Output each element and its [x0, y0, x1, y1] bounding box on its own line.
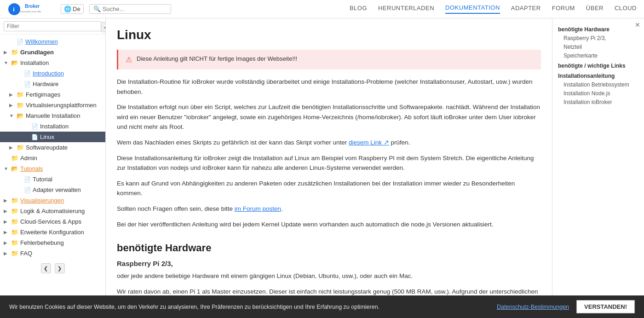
chevron-right-icon: ▶ — [9, 103, 15, 108]
sidebar-item-grundlagen[interactable]: ▶ 📁 Grundlagen — [0, 47, 105, 58]
sidebar-item-willkommen[interactable]: 📄 Willkommen — [0, 36, 105, 47]
cookie-banner: Wir benutzen Cookies auf dieser Website,… — [0, 295, 644, 318]
chevron-right-icon: ▶ — [4, 219, 9, 224]
toc-item-raspberry[interactable]: Raspberry Pi 2/3, — [558, 35, 638, 42]
close-toc-button[interactable]: ✕ — [635, 21, 640, 29]
cookie-text: Wir benutzen Cookies auf dieser Website,… — [9, 304, 489, 310]
search-input[interactable] — [103, 6, 167, 12]
sidebar-item-virtualisierung[interactable]: ▶ 📁 Virtualisierungsplattformen — [0, 100, 105, 110]
sidebar-item-label: FAQ — [20, 250, 32, 257]
paragraph-3: Wem das Nachladen eines Skripts zu gefäh… — [117, 138, 541, 148]
file-icon: 📄 — [17, 39, 23, 45]
sidebar-item-label: Fehlerbehebung — [20, 239, 64, 246]
sidebar-item-fehlerbehebung[interactable]: ▶ 📁 Fehlerbehebung — [0, 237, 105, 248]
sub-raspberry-title: Raspberry Pi 2/3, — [117, 260, 541, 267]
sidebar-item-label: Hardware — [33, 81, 58, 87]
language-button[interactable]: 🌐 De — [61, 4, 84, 14]
sidebar-tree: 📄 Willkommen ▶ 📁 Grundlagen ▼ 📂 Installa… — [0, 35, 105, 260]
sidebar-item-linux[interactable]: 📄 Linux — [0, 132, 105, 142]
link-forum[interactable]: im Forum posten — [235, 205, 281, 212]
toc-item-netzteil[interactable]: Netzteil — [558, 43, 638, 51]
sidebar-item-label: Virtualisierungsplattformen — [26, 102, 97, 109]
chevron-right-icon: ▶ — [4, 198, 9, 203]
sidebar-item-label: Fertigimages — [26, 91, 60, 98]
svg-text:Broker: Broker — [25, 4, 40, 9]
sidebar-item-label: Manuelle Installation — [26, 112, 80, 119]
chevron-right-icon: ▶ — [9, 145, 15, 150]
nav-adapter[interactable]: ADAPTER — [511, 5, 541, 13]
nav-herunterladen[interactable]: HERUNTERLADEN — [378, 5, 434, 13]
main-layout: ◀ 📄 Willkommen ▶ 📁 Grundlagen ▼ 📂 Instal… — [0, 18, 644, 318]
sidebar-item-label: Grundlagen — [20, 49, 54, 56]
link-script[interactable]: diesem Link ↗ — [349, 139, 389, 146]
svg-text:Automate your life: Automate your life — [19, 10, 41, 13]
cookie-privacy-link[interactable]: Datenschutz-Bestimmungen — [497, 304, 569, 310]
sidebar-item-fertigimages[interactable]: ▶ 📁 Fertigimages — [0, 89, 105, 100]
toc-list: benötigte Hardware Raspberry Pi 2/3, Net… — [558, 24, 638, 106]
folder-icon: 📁 — [11, 250, 18, 257]
nav-forum[interactable]: FORUM — [552, 5, 575, 13]
sidebar-item-manuelle-installation[interactable]: ▼ 📂 Manuelle Installation — [0, 110, 105, 121]
folder-open-icon: 📂 — [11, 165, 18, 172]
toc-item-speicherkarte[interactable]: Speicherkarte — [558, 52, 638, 59]
sidebar-item-admin[interactable]: 📁 Admin — [0, 153, 105, 163]
warning-icon: ⚠ — [126, 55, 132, 64]
search-icon: 🔍 — [93, 6, 101, 12]
search-box[interactable]: 🔍 — [89, 4, 171, 14]
collapse-sidebar-button[interactable]: ◀ — [101, 22, 106, 32]
toc-item-installationsanleitung[interactable]: Installationsanleitung — [558, 72, 638, 80]
paragraph-7: Bei der hier veröffentlichen Anleitung w… — [117, 220, 541, 230]
paragraph-4: Diese Installationsanleitung für ioBroke… — [117, 153, 541, 173]
toc-item-nodejs[interactable]: Installation Node.js — [558, 90, 638, 97]
sidebar-item-label: Tutorial — [33, 176, 52, 183]
cookie-accept-button[interactable]: VERSTANDEN! — [576, 300, 635, 313]
toc-item-links[interactable]: benötigte / wichtige Links — [558, 62, 638, 69]
sidebar-item-erweiterte-konfiguration[interactable]: ▶ 📁 Erweiterte Konfiguration — [0, 227, 105, 237]
toc-item-iobroker[interactable]: Installation ioBroker — [558, 98, 638, 106]
globe-icon: 🌐 — [64, 6, 71, 12]
sidebar-item-installation-sub[interactable]: 📄 Installation — [0, 121, 105, 132]
sidebar-item-adapter-verwalten[interactable]: 📄 Adapter verwalten — [0, 185, 105, 195]
filter-input[interactable] — [4, 21, 102, 31]
scroll-right-button[interactable]: ❯ — [55, 263, 65, 273]
folder-icon: 📁 — [17, 102, 24, 109]
chevron-down-icon: ▼ — [9, 113, 15, 118]
nav-ueber[interactable]: ÜBER — [586, 5, 604, 13]
folder-icon: 📁 — [11, 197, 18, 204]
file-icon: 📄 — [24, 176, 31, 183]
sidebar: ◀ 📄 Willkommen ▶ 📁 Grundlagen ▼ 📂 Instal… — [0, 18, 106, 318]
chevron-right-icon: ▶ — [4, 251, 9, 256]
folder-icon: 📁 — [17, 144, 24, 151]
sidebar-item-installation[interactable]: ▼ 📂 Installation — [0, 58, 105, 68]
sidebar-item-cloud[interactable]: ▶ 📁 Cloud-Services & Apps — [0, 216, 105, 227]
sidebar-item-softwareupdate[interactable]: ▶ 📁 Softwareupdate — [0, 142, 105, 153]
chevron-right-icon: ▶ — [9, 92, 15, 97]
sidebar-filter-area[interactable] — [0, 18, 105, 35]
scroll-left-button[interactable]: ❮ — [41, 263, 51, 273]
sidebar-item-hardware[interactable]: 📄 Hardware — [0, 79, 105, 89]
nav-cloud[interactable]: CLOUD — [615, 5, 637, 13]
file-icon: 📄 — [24, 187, 31, 193]
sidebar-item-label: Cloud-Services & Apps — [20, 218, 81, 225]
sidebar-item-tutorial[interactable]: 📄 Tutorial — [0, 174, 105, 185]
nav-dokumentation[interactable]: DOKUMENTATION — [445, 4, 500, 14]
warning-box: ⚠ Diese Anleitung gilt NICHT für fertige… — [117, 50, 541, 69]
folder-open-icon: 📂 — [11, 59, 18, 66]
sidebar-item-logik[interactable]: ▶ 📁 Logik & Automatisierung — [0, 206, 105, 216]
sidebar-item-introduction[interactable]: 📄 Introduction — [0, 68, 105, 79]
chevron-right-icon: ▶ — [4, 50, 9, 55]
paragraph-5: Es kann auf Grund von Abhängigkeiten zu … — [117, 179, 541, 198]
sidebar-item-faq[interactable]: ▶ 📁 FAQ — [0, 248, 105, 259]
chevron-down-icon: ▼ — [4, 60, 9, 65]
toc-item-betriebssystem[interactable]: Installation Betriebssystem — [558, 81, 638, 88]
sidebar-item-label: Installation — [20, 59, 49, 66]
chevron-right-icon: ▶ — [4, 230, 9, 235]
logo-area: i Broker Automate your life — [7, 2, 53, 16]
folder-icon: 📁 — [11, 229, 18, 236]
nav-blog[interactable]: BLOG — [350, 5, 367, 13]
folder-icon: 📁 — [17, 91, 24, 98]
sidebar-item-visualisierungen[interactable]: ▶ 📁 Visualisierungen — [0, 195, 105, 206]
sidebar-item-label: Admin — [20, 155, 37, 162]
sidebar-item-tutorials[interactable]: ▼ 📂 Tutorials — [0, 163, 105, 174]
toc-item-hardware[interactable]: benötigte Hardware — [558, 26, 638, 33]
